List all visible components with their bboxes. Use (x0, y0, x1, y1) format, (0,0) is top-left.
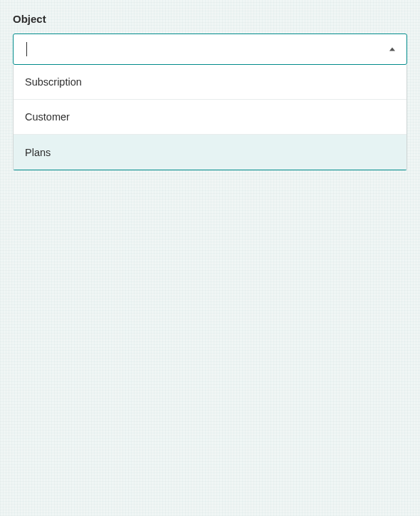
dropdown-option-plans[interactable]: Plans (14, 135, 406, 170)
chevron-up-icon (389, 48, 395, 51)
text-cursor (26, 42, 27, 56)
object-select-input[interactable] (13, 33, 407, 65)
dropdown-option-customer[interactable]: Customer (14, 100, 406, 135)
dropdown-option-subscription[interactable]: Subscription (14, 65, 406, 100)
object-field-label: Object (13, 13, 407, 25)
object-select-container: Subscription Customer Plans (13, 33, 407, 170)
object-dropdown-list: Subscription Customer Plans (13, 65, 407, 170)
